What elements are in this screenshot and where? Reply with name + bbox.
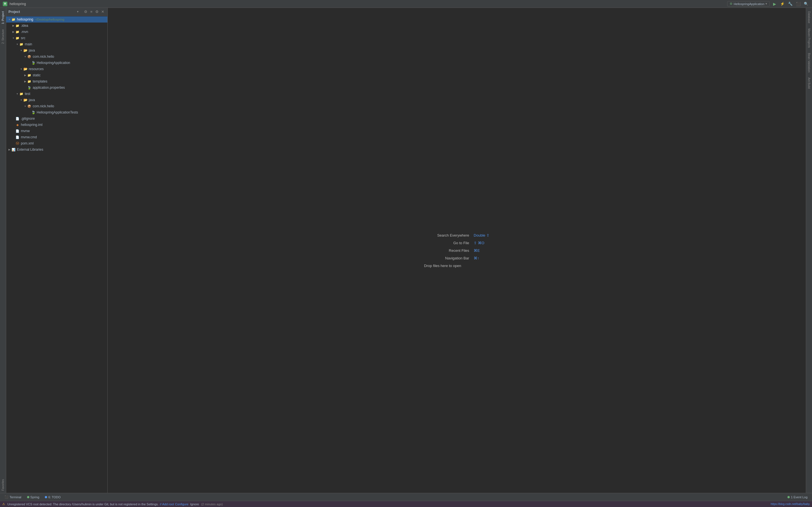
todo-icon xyxy=(45,496,47,498)
tree-item-ext-lib[interactable]: ▶ 📊 External Libraries xyxy=(6,147,107,153)
hint-label-nav: Navigation Bar xyxy=(424,256,469,260)
tree-item-pom-xml[interactable]: Ⓜ pom.xml xyxy=(6,140,107,147)
app-name: hellospring xyxy=(10,2,26,6)
panel-icons: ⚙ ≡ ⚙ ✕ xyxy=(83,9,105,14)
hint-label-drop: Drop files here to open xyxy=(424,264,461,268)
hint-row-recent: Recent Files ⌘E xyxy=(424,248,490,252)
right-tab-maven[interactable]: Maven Projects xyxy=(807,26,811,50)
main-layout: 1: Project 2: Structure Favorites Projec… xyxy=(0,8,812,493)
panel-title: Project xyxy=(8,10,76,14)
tree-item-com-nick-hello[interactable]: ▾ 📦 com.nick.hello xyxy=(6,54,107,60)
status-message: Unregistered VCS root detected: The dire… xyxy=(7,503,159,506)
hint-row-nav: Navigation Bar ⌘↑ xyxy=(424,256,490,260)
event-log-icon xyxy=(788,496,790,498)
sidebar-item-favorites[interactable]: Favorites xyxy=(1,477,5,493)
bottom-tab-spring[interactable]: Spring xyxy=(25,495,42,499)
tree-item-app-tests[interactable]: 🍃 HellospringApplicationTests xyxy=(6,109,107,115)
bottom-right: 1 Event Log xyxy=(785,495,810,499)
hint-table: Search Everywhere Double ⇧ Go to File ⇧ … xyxy=(424,233,490,268)
tree-item-resources[interactable]: ▾ 📂 resources xyxy=(6,66,107,72)
profile-button[interactable]: 🔧 xyxy=(787,1,794,7)
panel-dropdown[interactable]: ▾ xyxy=(77,10,79,13)
tree-item-templates[interactable]: ▶ 📁 templates xyxy=(6,78,107,84)
tree-item-hellospring[interactable]: ▾ 📁 hellospring ~/Desktop/hellospring xyxy=(6,16,107,22)
tree-item-mvnw[interactable]: 📄 mvnw xyxy=(6,128,107,134)
bottom-tab-event-log[interactable]: 1 Event Log xyxy=(785,495,810,499)
event-log-label: 1 Event Log xyxy=(791,496,808,499)
hint-key-search: Double ⇧ xyxy=(474,233,490,237)
left-sidebar-strip: 1: Project 2: Structure Favorites xyxy=(0,8,6,493)
right-tab-database[interactable]: Database xyxy=(807,9,811,25)
status-ignore[interactable]: Ignore xyxy=(190,503,199,506)
tree-item-gitignore[interactable]: 📄 .gitignore xyxy=(6,115,107,122)
status-link-right[interactable]: https://blog.csdn.net/baby/baby xyxy=(771,503,810,506)
hint-key-recent: ⌘E xyxy=(474,248,480,252)
panel-gear-icon[interactable]: ⚙ xyxy=(94,9,100,14)
status-configure[interactable]: Configure xyxy=(175,503,189,506)
terminal-icon: ⬛ xyxy=(4,495,8,499)
run-config[interactable]: ⚙ HellospringApplication ▾ xyxy=(727,1,770,6)
tree-item-hellospring-app[interactable]: 🍃 HellospringApplication xyxy=(6,60,107,66)
tree-item-mvnw-cmd[interactable]: 📄 mvnw.cmd xyxy=(6,134,107,140)
tree-item-java[interactable]: ▾ 📂 java xyxy=(6,47,107,54)
status-time: (2 minutes ago) xyxy=(201,503,223,506)
run-button[interactable]: ▶ xyxy=(771,1,777,7)
panel-collapse-icon[interactable]: ≡ xyxy=(89,9,94,14)
todo-label: 6: TODO xyxy=(48,496,61,499)
bottom-tab-todo[interactable]: 6: TODO xyxy=(43,495,63,499)
stop-button[interactable]: ⬛ xyxy=(795,1,801,7)
status-warning-icon: ⚠ xyxy=(2,502,5,506)
debug-button[interactable]: ⚡ xyxy=(779,1,785,7)
tree-item-iml[interactable]: ◆ hellospring.iml xyxy=(6,122,107,128)
tree-item-app-props[interactable]: 🍃 application.properties xyxy=(6,84,107,91)
app-icon: H xyxy=(3,2,7,6)
title-bar: H hellospring ⚙ HellospringApplication ▾… xyxy=(0,0,812,8)
hint-label-recent: Recent Files xyxy=(424,248,469,252)
search-everywhere-button[interactable]: 🔍 xyxy=(803,1,809,7)
right-tab-ant[interactable]: Ant Build xyxy=(807,75,811,91)
hint-key-goto: ⇧ ⌘O xyxy=(474,241,485,245)
sidebar-item-project[interactable]: 1: Project xyxy=(1,9,5,26)
hint-row-drop: Drop files here to open xyxy=(424,264,490,268)
tree-item-test[interactable]: ▾ 📁 test xyxy=(6,91,107,97)
terminal-label: Terminal xyxy=(10,496,21,499)
panel-header: Project ▾ ⚙ ≡ ⚙ ✕ xyxy=(6,8,107,16)
tree-item-src[interactable]: ▾ 📁 src xyxy=(6,35,107,41)
hint-label-goto: Go to File xyxy=(424,241,469,245)
hint-row-goto: Go to File ⇧ ⌘O xyxy=(424,241,490,245)
hint-key-nav: ⌘↑ xyxy=(474,256,479,260)
tree-item-test-java[interactable]: ▾ 📂 java xyxy=(6,97,107,103)
project-panel: Project ▾ ⚙ ≡ ⚙ ✕ ▾ 📁 hellospring ~/Desk… xyxy=(6,8,108,493)
main-content: Search Everywhere Double ⇧ Go to File ⇧ … xyxy=(108,8,806,493)
panel-settings-icon[interactable]: ⚙ xyxy=(83,9,88,14)
tree-item-test-pkg[interactable]: ▾ 📦 com.nick.hello xyxy=(6,103,107,109)
status-add-root[interactable]: // Add root xyxy=(160,503,174,506)
bottom-bar: ⬛ Terminal Spring 6: TODO 1 Event Log xyxy=(0,493,812,501)
run-config-name: HellospringApplication xyxy=(733,2,764,6)
file-tree: ▾ 📁 hellospring ~/Desktop/hellospring ▶ … xyxy=(6,16,107,493)
tree-item-mvn[interactable]: ▶ 📁 .mvn xyxy=(6,29,107,35)
panel-close-icon[interactable]: ✕ xyxy=(100,9,105,14)
status-bar: ⚠ Unregistered VCS root detected: The di… xyxy=(0,501,812,507)
spring-label: Spring xyxy=(31,496,40,499)
hint-label-search: Search Everywhere xyxy=(424,233,469,237)
right-sidebar: Database Maven Projects Bean Validation … xyxy=(806,8,812,493)
tree-item-static[interactable]: ▶ 📁 static xyxy=(6,72,107,78)
tree-item-main[interactable]: ▾ 📁 main xyxy=(6,41,107,47)
hint-row-search: Search Everywhere Double ⇧ xyxy=(424,233,490,237)
bottom-tab-terminal[interactable]: ⬛ Terminal xyxy=(2,495,24,499)
sidebar-item-structure[interactable]: 2: Structure xyxy=(1,27,5,46)
tree-item-idea[interactable]: ▶ 📁 .idea xyxy=(6,22,107,29)
spring-icon xyxy=(27,496,29,498)
title-bar-right: ⚙ HellospringApplication ▾ ▶ ⚡ 🔧 ⬛ 🔍 xyxy=(727,1,809,7)
right-tab-bean[interactable]: Bean Validation xyxy=(807,51,811,75)
